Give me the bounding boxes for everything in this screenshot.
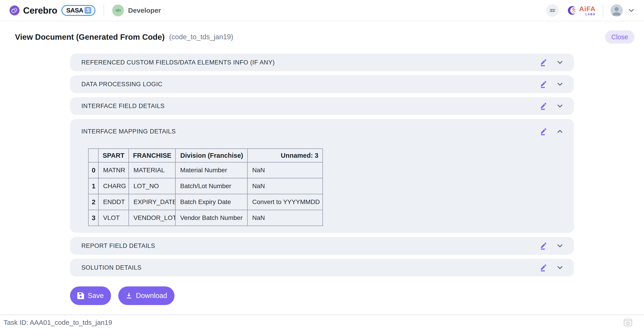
document-sections: REFERENCED CUSTOM FIELDS/DATA ELEMENTS I…	[70, 54, 574, 305]
row-index: 0	[88, 162, 98, 178]
app-window: Cerebro SASA S </> Developer	[0, 0, 644, 330]
table-header-row: SPART FRANCHISE Division (Franchise) Unn…	[88, 149, 323, 162]
section-interface-mapping-details: INTERFACE MAPPING DETAILS	[70, 119, 574, 233]
table-cell: NaN	[248, 210, 323, 226]
topbar-divider	[104, 5, 104, 16]
chevron-down-icon[interactable]	[557, 266, 563, 269]
aifa-labs-text: LABS	[585, 13, 596, 16]
page-header: View Document (Generated From Code) (cod…	[0, 30, 644, 44]
table-row: 2 ENDDT EXPIRY_DATE Batch Expiry Date Co…	[88, 194, 323, 210]
section-header[interactable]: SOLUTION DETAILS	[81, 259, 563, 276]
table-header-cell: FRANCHISE	[129, 149, 176, 162]
person-icon	[610, 4, 623, 17]
cerebro-brain-icon	[9, 5, 20, 16]
mapping-table-container: SPART FRANCHISE Division (Franchise) Unn…	[88, 148, 563, 226]
section-header[interactable]: INTERFACE MAPPING DETAILS	[81, 122, 563, 140]
row-index: 3	[88, 210, 98, 226]
section-data-processing-logic: DATA PROCESSING LOGIC	[70, 75, 574, 93]
swap-arrows-icon	[549, 7, 556, 14]
brand-logo-group[interactable]: Cerebro SASA S	[9, 5, 96, 16]
section-referenced-custom-fields: REFERENCED CUSTOM FIELDS/DATA ELEMENTS I…	[70, 54, 574, 71]
section-label: REFERENCED CUSTOM FIELDS/DATA ELEMENTS I…	[81, 59, 275, 66]
table-cell: Material Number	[176, 162, 248, 178]
action-buttons-row: Save Download	[70, 286, 574, 305]
table-row: 1 CHARG LOT_NO Batch/Lot Number NaN	[88, 178, 323, 194]
download-button[interactable]: Download	[118, 286, 174, 305]
table-cell: Vendor Batch Number	[176, 210, 248, 226]
sasa-logo-icon: S	[84, 7, 91, 14]
table-cell: ENDDT	[98, 194, 129, 210]
save-button-label: Save	[88, 292, 104, 300]
code-icon: </>	[112, 5, 124, 16]
edit-pencil-icon[interactable]	[540, 242, 548, 250]
chevron-down-icon[interactable]	[557, 82, 563, 86]
save-floppy-icon	[77, 292, 84, 299]
table-cell: Batch Expiry Date	[176, 194, 248, 210]
aifa-logo-text: AiFA	[579, 6, 596, 12]
chevron-up-icon[interactable]	[557, 130, 563, 133]
row-index: 1	[88, 178, 98, 194]
chevron-down-icon[interactable]	[557, 104, 563, 108]
table-cell: Batch/Lot Number	[176, 178, 248, 194]
row-index: 2	[88, 194, 98, 210]
table-row: 3 VLOT VENDOR_LOT Vendor Batch Number Na…	[88, 210, 323, 226]
section-label: INTERFACE MAPPING DETAILS	[81, 128, 176, 135]
task-id-text: Task ID: AAA01_code_to_tds_jan19	[4, 319, 112, 326]
table-cell: Convert to YYYYMMDD	[248, 194, 323, 210]
table-cell: MATNR	[98, 162, 129, 178]
section-header[interactable]: INTERFACE FIELD DETAILS	[81, 97, 563, 115]
section-header[interactable]: REPORT FIELD DETAILS	[81, 237, 563, 255]
edit-pencil-icon[interactable]	[540, 127, 548, 135]
table-cell: CHARG	[98, 178, 129, 194]
role-badge: </> Developer	[112, 5, 161, 16]
table-header-cell: Unnamed: 3	[248, 149, 323, 162]
edit-pencil-icon[interactable]	[540, 59, 548, 66]
section-interface-field-details: INTERFACE FIELD DETAILS	[70, 97, 574, 115]
section-label: SOLUTION DETAILS	[81, 264, 142, 271]
swap-arrows-button[interactable]	[546, 4, 559, 17]
table-cell: LOT_NO	[129, 178, 176, 194]
chevron-down-icon[interactable]	[557, 244, 563, 248]
sasa-badge: SASA S	[62, 5, 96, 16]
table-cell: NaN	[248, 178, 323, 194]
section-header[interactable]: REFERENCED CUSTOM FIELDS/DATA ELEMENTS I…	[81, 54, 563, 71]
table-header-cell: SPART	[98, 149, 129, 162]
aifa-logo-icon	[568, 5, 578, 16]
edit-pencil-icon[interactable]	[540, 102, 548, 110]
table-header-cell: Division (Franchise)	[176, 149, 248, 162]
user-avatar[interactable]	[610, 4, 623, 17]
close-button[interactable]: Close	[605, 30, 634, 44]
chevron-down-icon	[628, 9, 634, 12]
download-button-label: Download	[136, 292, 167, 300]
section-label: INTERFACE FIELD DETAILS	[81, 103, 164, 110]
interface-mapping-table: SPART FRANCHISE Division (Franchise) Unn…	[88, 148, 323, 226]
table-cell: VENDOR_LOT	[129, 210, 176, 226]
edit-pencil-icon[interactable]	[540, 264, 548, 271]
table-cell: VLOT	[98, 210, 129, 226]
table-cell: EXPIRY_DATE	[129, 194, 176, 210]
chevron-down-icon[interactable]	[557, 61, 563, 64]
section-header[interactable]: DATA PROCESSING LOGIC	[81, 75, 563, 93]
top-navigation-bar: Cerebro SASA S </> Developer	[0, 0, 644, 21]
topbar-divider-2	[603, 4, 603, 17]
section-solution-details: SOLUTION DETAILS	[70, 259, 574, 276]
status-footer: Task ID: AAA01_code_to_tds_jan19	[0, 314, 644, 330]
edit-pencil-icon[interactable]	[540, 80, 548, 88]
section-label: DATA PROCESSING LOGIC	[81, 81, 162, 88]
section-label: REPORT FIELD DETAILS	[81, 242, 155, 249]
account-menu-chevron[interactable]	[628, 9, 634, 12]
table-header-cell	[88, 149, 98, 162]
save-button[interactable]: Save	[70, 286, 111, 305]
preview-eye-icon[interactable]	[624, 319, 632, 326]
role-label: Developer	[128, 7, 161, 14]
section-report-field-details: REPORT FIELD DETAILS	[70, 237, 574, 255]
table-cell: NaN	[248, 162, 323, 178]
aifa-labs-logo: AiFA LABS	[568, 5, 596, 16]
sasa-badge-label: SASA	[66, 7, 84, 14]
table-row: 0 MATNR MATERIAL Material Number NaN	[88, 162, 323, 178]
download-icon	[126, 292, 132, 299]
document-code: (code_to_tds_jan19)	[169, 33, 234, 41]
brand-name: Cerebro	[23, 6, 57, 16]
page-title: View Document (Generated From Code)	[15, 33, 165, 42]
table-cell: MATERIAL	[129, 162, 176, 178]
